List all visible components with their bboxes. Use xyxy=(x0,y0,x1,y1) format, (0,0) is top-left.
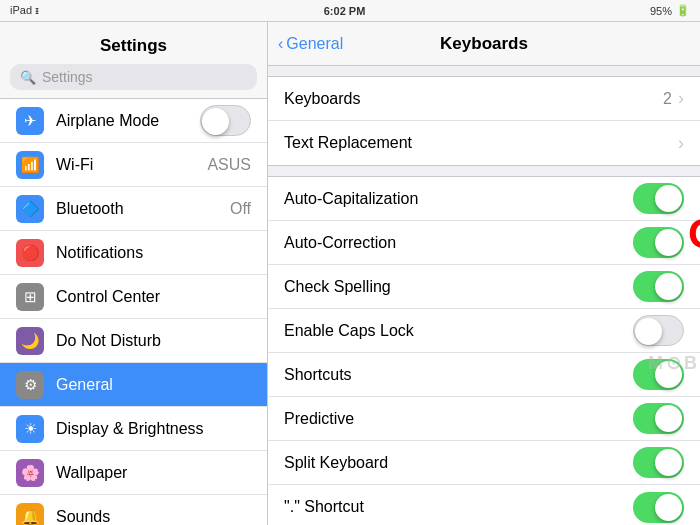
sidebar-label-sounds: Sounds xyxy=(56,508,251,526)
toggle-predictive[interactable] xyxy=(633,403,684,434)
sidebar-value-bluetooth: Off xyxy=(230,200,251,218)
search-placeholder: Settings xyxy=(42,69,93,85)
settings-row-keyboards[interactable]: Keyboards2› xyxy=(268,77,700,121)
settings-row-checkspelling[interactable]: Check Spelling xyxy=(268,265,700,309)
back-chevron-icon: ‹ xyxy=(278,35,283,53)
row-value-keyboards: 2 xyxy=(663,90,672,108)
sidebar-item-general[interactable]: ⚙General xyxy=(0,363,267,407)
sidebar-icon-bluetooth: 🔷 xyxy=(16,195,44,223)
search-icon: 🔍 xyxy=(20,70,36,85)
battery-icon: 🔋 xyxy=(676,4,690,17)
row-label-predictive: Predictive xyxy=(284,410,633,428)
row-label-capslockEnabled: Enable Caps Lock xyxy=(284,322,633,340)
settings-group-0: Keyboards2›Text Replacement› xyxy=(268,76,700,166)
sidebar-icon-displaybrightness: ☀ xyxy=(16,415,44,443)
sidebar-label-displaybrightness: Display & Brightness xyxy=(56,420,251,438)
sidebar-label-airplane: Airplane Mode xyxy=(56,112,188,130)
right-content: Keyboards2›Text Replacement›Auto-Capital… xyxy=(268,76,700,525)
sidebar-header: Settings 🔍 Settings xyxy=(0,22,267,99)
sidebar-label-general: General xyxy=(56,376,251,394)
status-right: 95% 🔋 xyxy=(650,4,690,17)
settings-row-capslockEnabled[interactable]: Enable Caps Lock xyxy=(268,309,700,353)
toggle-checkspelling[interactable] xyxy=(633,271,684,302)
row-label-shortcuts: Shortcuts xyxy=(284,366,633,384)
status-left: iPad ᵻ xyxy=(10,4,39,17)
settings-row-textreplacement[interactable]: Text Replacement› xyxy=(268,121,700,165)
sidebar-label-donotdisturb: Do Not Disturb xyxy=(56,332,251,350)
row-label-splitkeyboard: Split Keyboard xyxy=(284,454,633,472)
sidebar-icon-airplane: ✈ xyxy=(16,107,44,135)
sidebar-title: Settings xyxy=(10,30,257,64)
toggle-periodshortcut[interactable] xyxy=(633,492,684,523)
settings-row-predictive[interactable]: Predictive xyxy=(268,397,700,441)
settings-group-1: Auto-CapitalizationAuto-CorrectionCheck … xyxy=(268,176,700,525)
toggle-autocorrect[interactable] xyxy=(633,227,684,258)
chevron-icon-textreplacement: › xyxy=(678,133,684,154)
sidebar-label-notifications: Notifications xyxy=(56,244,251,262)
row-label-autocorrect: Auto-Correction xyxy=(284,234,633,252)
right-panel-title: Keyboards xyxy=(440,34,528,54)
sidebar-item-airplane[interactable]: ✈Airplane Mode xyxy=(0,99,267,143)
right-wrapper: ‹ General Keyboards Keyboards2›Text Repl… xyxy=(268,22,700,525)
sidebar-icon-controlcenter: ⊞ xyxy=(16,283,44,311)
status-bar: iPad ᵻ 6:02 PM 95% 🔋 xyxy=(0,0,700,22)
right-header: ‹ General Keyboards xyxy=(268,22,700,66)
settings-row-autocap[interactable]: Auto-Capitalization xyxy=(268,177,700,221)
sidebar-icon-notifications: 🔴 xyxy=(16,239,44,267)
status-device: iPad ᵻ xyxy=(10,4,39,17)
sidebar-icon-wifi: 📶 xyxy=(16,151,44,179)
sidebar-item-wifi[interactable]: 📶Wi-FiASUS xyxy=(0,143,267,187)
toggle-capslockEnabled[interactable] xyxy=(633,315,684,346)
settings-row-autocorrect[interactable]: Auto-Correction xyxy=(268,221,700,265)
sidebar-label-wifi: Wi-Fi xyxy=(56,156,195,174)
sidebar-label-controlcenter: Control Center xyxy=(56,288,251,306)
sidebar-item-displaybrightness[interactable]: ☀Display & Brightness xyxy=(0,407,267,451)
sidebar-label-wallpaper: Wallpaper xyxy=(56,464,251,482)
settings-row-periodshortcut[interactable]: "." Shortcut xyxy=(268,485,700,525)
status-battery: 95% xyxy=(650,5,672,17)
sidebar-value-wifi: ASUS xyxy=(207,156,251,174)
sidebar-label-bluetooth: Bluetooth xyxy=(56,200,218,218)
search-bar[interactable]: 🔍 Settings xyxy=(10,64,257,90)
sidebar-item-sounds[interactable]: 🔔Sounds xyxy=(0,495,267,525)
row-label-textreplacement: Text Replacement xyxy=(284,134,678,152)
settings-row-splitkeyboard[interactable]: Split Keyboard xyxy=(268,441,700,485)
sidebar-item-bluetooth[interactable]: 🔷BluetoothOff xyxy=(0,187,267,231)
right-panel: ‹ General Keyboards Keyboards2›Text Repl… xyxy=(268,22,700,525)
sidebar-item-donotdisturb[interactable]: 🌙Do Not Disturb xyxy=(0,319,267,363)
settings-row-shortcuts[interactable]: Shortcuts xyxy=(268,353,700,397)
row-label-keyboards: Keyboards xyxy=(284,90,663,108)
airplane-mode-toggle[interactable] xyxy=(200,105,251,136)
sidebar-icon-donotdisturb: 🌙 xyxy=(16,327,44,355)
back-label: General xyxy=(286,35,343,53)
row-label-checkspelling: Check Spelling xyxy=(284,278,633,296)
sidebar: Settings 🔍 Settings ✈Airplane Mode📶Wi-Fi… xyxy=(0,22,268,525)
toggle-splitkeyboard[interactable] xyxy=(633,447,684,478)
chevron-icon-keyboards: › xyxy=(678,88,684,109)
toggle-shortcuts[interactable] xyxy=(633,359,684,390)
sidebar-icon-wallpaper: 🌸 xyxy=(16,459,44,487)
sidebar-icon-general: ⚙ xyxy=(16,371,44,399)
row-label-periodshortcut: "." Shortcut xyxy=(284,498,633,516)
sidebar-item-controlcenter[interactable]: ⊞Control Center xyxy=(0,275,267,319)
sidebar-item-notifications[interactable]: 🔴Notifications xyxy=(0,231,267,275)
sidebar-list: ✈Airplane Mode📶Wi-FiASUS🔷BluetoothOff🔴No… xyxy=(0,99,267,525)
sidebar-item-wallpaper[interactable]: 🌸Wallpaper xyxy=(0,451,267,495)
row-label-autocap: Auto-Capitalization xyxy=(284,190,633,208)
status-time: 6:02 PM xyxy=(324,5,366,17)
back-button[interactable]: ‹ General xyxy=(278,35,343,53)
toggle-autocap[interactable] xyxy=(633,183,684,214)
sidebar-icon-sounds: 🔔 xyxy=(16,503,44,526)
